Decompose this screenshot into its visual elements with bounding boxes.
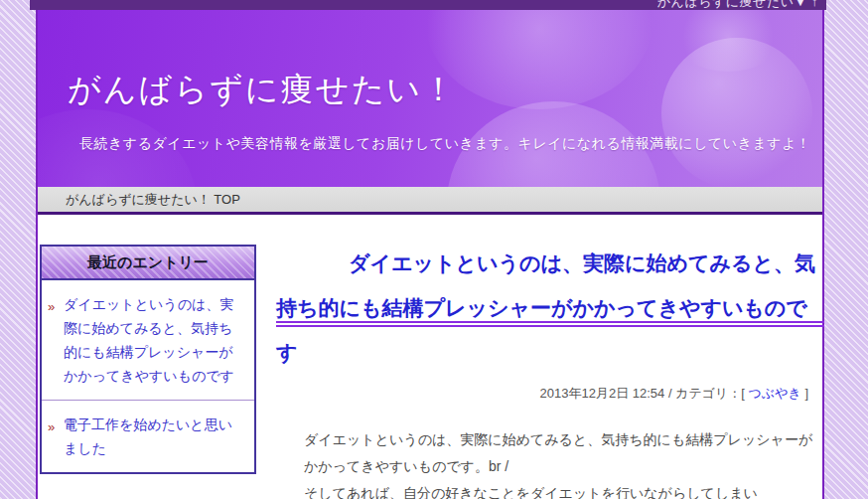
article-paragraph: ダイエットというのは、実際に始めてみると、気持ち的にも結構プレッシャーがかかって… (304, 426, 824, 480)
recent-entries-box: 最近のエントリー »ダイエットというのは、実際に始めてみると、気持ち的にも結構プ… (40, 245, 256, 474)
article: ダイエットというのは、実際に始めてみると、気持ち的にも結構プレッシャーがかかって… (276, 241, 824, 499)
recent-entries-title: 最近のエントリー (42, 247, 254, 280)
article-paragraph: そしてあれば、自分の好きなことをダイエットを行いながらしてしまい (304, 480, 824, 499)
sidebar-item-electronics-post[interactable]: »電子工作を始めたいと思いました (42, 400, 254, 472)
article-meta-suffix: ] (801, 386, 808, 401)
category-link[interactable]: つぶやき (749, 386, 801, 401)
bubble-decoration (425, 10, 653, 109)
admin-topbar: がんばらずに痩せたい▼ ↑ (30, 0, 826, 10)
article-date: 2013年12月2日 12:54 / カテゴリ：[ (540, 386, 749, 401)
article-meta: 2013年12月2日 12:54 / カテゴリ：[ つぶやき ] (276, 385, 824, 403)
article-body: ダイエットというのは、実際に始めてみると、気持ち的にも結構プレッシャーがかかって… (276, 426, 824, 499)
orb-bullet-decoration (272, 288, 308, 324)
sidebar-item-label: 電子工作を始めたいと思いました (64, 416, 232, 456)
sidebar-item-diet-post[interactable]: »ダイエットというのは、実際に始めてみると、気持ち的にも結構プレッシャーがかかっ… (42, 280, 254, 400)
breadcrumb[interactable]: がんばらずに痩せたい！ TOP (66, 187, 240, 212)
page-container: がんばらずに痩せたい！ 長続きするダイエットや美容情報を厳選してお届けしていきま… (36, 10, 824, 499)
bubble-decoration (673, 10, 783, 72)
content-area: 最近のエントリー »ダイエットというのは、実際に始めてみると、気持ち的にも結構プ… (38, 215, 822, 499)
topbar-site-link[interactable]: がんばらずに痩せたい▼ ↑ (657, 0, 818, 10)
double-arrow-icon: » (48, 295, 55, 319)
article-title[interactable]: ダイエットというのは、実際に始めてみると、気持ち的にも結構プレッシャーがかかって… (276, 241, 824, 327)
breadcrumb-bar: がんばらずに痩せたい！ TOP (38, 187, 822, 212)
bubble-decoration (661, 38, 812, 187)
site-description: 長続きするダイエットや美容情報を厳選してお届けしていきます。キレイになれる情報満… (79, 135, 810, 153)
recent-entries-list: »ダイエットというのは、実際に始めてみると、気持ち的にも結構プレッシャーがかかっ… (42, 280, 254, 472)
sidebar-item-label: ダイエットというのは、実際に始めてみると、気持ち的にも結構プレッシャーがかかって… (64, 296, 234, 384)
site-header-banner: がんばらずに痩せたい！ 長続きするダイエットや美容情報を厳選してお届けしていきま… (38, 10, 822, 187)
double-arrow-icon: » (48, 416, 55, 439)
site-title[interactable]: がんばらずに痩せたい！ (68, 68, 457, 112)
